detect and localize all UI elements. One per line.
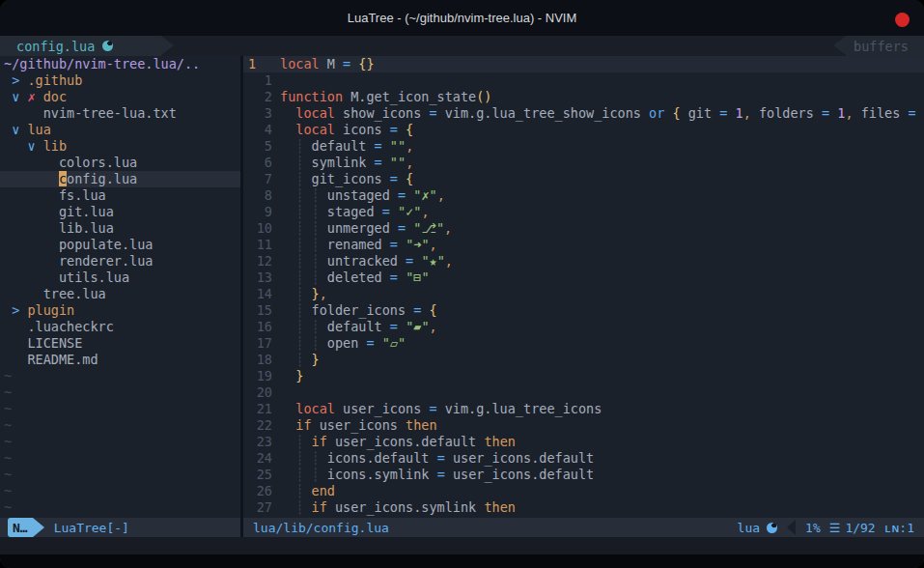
tree-item-lib[interactable]: ∨ lib xyxy=(0,138,240,155)
tree-item-plugin[interactable]: > plugin xyxy=(0,302,240,319)
code-line[interactable]: 3 local show_icons = vim.g.lua_tree_show… xyxy=(243,105,924,122)
lua-moon-icon xyxy=(767,523,777,533)
line-number: 15 xyxy=(243,302,280,319)
empty-line-tilde: ~ xyxy=(0,467,240,483)
tree-item-renderer-lua[interactable]: renderer.lua xyxy=(0,253,240,270)
line-number: 27 xyxy=(243,499,280,516)
code-line[interactable]: 25 ┊ ┊ icons.symlink = user_icons.defaul… xyxy=(243,467,924,483)
tree-item-dot-github[interactable]: > .github xyxy=(0,72,240,89)
tree-item-nvim-tree-lua-txt[interactable]: nvim-tree-lua.txt xyxy=(0,105,240,122)
tabline: config.lua buffers xyxy=(0,36,924,56)
code-line[interactable]: 14 ┊ }, xyxy=(243,286,924,302)
code-line[interactable]: 24 ┊ ┊ icons.default = user_icons.defaul… xyxy=(243,450,924,467)
code-text: ┊ symlink = "", xyxy=(280,155,413,170)
code-line[interactable]: 13 ┊ ┊ deleted = "⊟" xyxy=(243,270,924,286)
line-number: 6 xyxy=(243,155,280,171)
code-line[interactable]: 20 xyxy=(243,384,924,401)
code-line[interactable]: 27 ┊ if user_icons.symlink then xyxy=(243,499,924,516)
statusline-tree: N… LuaTree[-] xyxy=(0,518,240,537)
statusline-line-col: ʟɴ:1 xyxy=(884,521,914,535)
code-line[interactable]: 2function M.get_icon_state() xyxy=(243,89,924,105)
code-line[interactable]: 26 ┊ end xyxy=(243,483,924,499)
code-line[interactable]: 1 xyxy=(243,72,924,89)
tab-config-lua[interactable]: config.lua xyxy=(0,36,161,56)
mode-indicator: N… xyxy=(8,518,33,537)
code-line[interactable]: 10 ┊ ┊ unmerged = "⎇", xyxy=(243,220,924,237)
tree-item-utils-lua[interactable]: utils.lua xyxy=(0,270,240,286)
code-line[interactable]: 12 ┊ ┊ untracked = "★", xyxy=(243,253,924,270)
tree-item-luacheckrc[interactable]: .luacheckrc xyxy=(0,319,240,335)
code-line[interactable]: 11 ┊ ┊ renamed = "➜", xyxy=(243,237,924,253)
tree-item-populate-lua[interactable]: populate.lua xyxy=(0,237,240,253)
code-line[interactable]: 17 ┊ ┊ open = "▱" xyxy=(243,335,924,352)
code-text: ┊ ┊ renamed = "➜", xyxy=(280,237,437,252)
empty-line-tilde: ~ xyxy=(0,384,240,401)
tree-item-readme-md[interactable]: README.md xyxy=(0,352,240,368)
line-number: 12 xyxy=(243,253,280,270)
tree-item-tree-lua[interactable]: tree.lua xyxy=(0,286,240,302)
tree-item-git-lua[interactable]: git.lua xyxy=(0,204,240,220)
code-line[interactable]: 4 local icons = { xyxy=(243,122,924,138)
tree-item-config-lua[interactable]: config.lua xyxy=(0,171,240,187)
code-line[interactable]: 16 ┊ ┊ default = "▰", xyxy=(243,319,924,335)
window-title: LuaTree - (~/github/nvim-tree.lua) - NVI… xyxy=(348,11,577,25)
powerline-chevron-icon xyxy=(787,520,796,535)
tree-item-doc[interactable]: ∨ ✗ doc xyxy=(0,89,240,105)
line-number: 1 xyxy=(243,56,280,72)
code-text: ┊ if user_icons.symlink then xyxy=(280,499,516,515)
line-number: 2 xyxy=(243,89,280,105)
code-text: ┊ ┊ unmerged = "⎇", xyxy=(280,220,452,236)
close-button[interactable] xyxy=(895,13,910,27)
line-number: 23 xyxy=(243,434,280,450)
code-text: } xyxy=(280,368,303,383)
statusline-position: 1/92 xyxy=(845,521,875,535)
code-line[interactable]: 5 ┊ default = "", xyxy=(243,138,924,155)
tree-item-lib-lua[interactable]: lib.lua xyxy=(0,220,240,237)
statusline-file: lua/lib/config.lua lua 1% ☰ 1/92 ʟɴ:1 xyxy=(243,518,924,537)
empty-line-tilde: ~ xyxy=(0,401,240,417)
buffers-tab[interactable]: buffers xyxy=(846,36,924,56)
code-line[interactable]: 15 ┊ folder_icons = { xyxy=(243,302,924,319)
tree-item-license[interactable]: LICENSE xyxy=(0,335,240,352)
tree-item-root[interactable]: ~/github/nvim-tree.lua/.. xyxy=(0,56,240,72)
tree-item-lua[interactable]: ∨ lua xyxy=(0,122,240,138)
code-text: function M.get_icon_state() xyxy=(280,89,491,104)
code-text: ┊ git_icons = { xyxy=(280,171,413,186)
empty-line-tilde: ~ xyxy=(0,450,240,467)
line-number: 16 xyxy=(243,319,280,335)
code-line[interactable]: 19 } xyxy=(243,368,924,384)
line-number: 13 xyxy=(243,270,280,286)
tab-label: config.lua xyxy=(16,39,95,54)
code-line[interactable]: 8 ┊ ┊ unstaged = "✗", xyxy=(243,187,924,204)
line-number: 7 xyxy=(243,171,280,187)
line-number: 19 xyxy=(243,368,280,384)
code-text: ┊ ┊ open = "▱" xyxy=(280,335,406,351)
line-number: 21 xyxy=(243,401,280,417)
line-number: 11 xyxy=(243,237,280,253)
code-text: ┊ ┊ untracked = "★", xyxy=(280,253,453,269)
code-line[interactable]: 22 if user_icons then xyxy=(243,417,924,434)
code-line[interactable]: 21 local user_icons = vim.g.lua_tree_ico… xyxy=(243,401,924,417)
line-number: 26 xyxy=(243,483,280,499)
titlebar: LuaTree - (~/github/nvim-tree.lua) - NVI… xyxy=(0,0,924,36)
editor-buffer: 1local M = {}12function M.get_icon_state… xyxy=(243,56,924,518)
tree-item-colors-lua[interactable]: colors.lua xyxy=(0,155,240,171)
line-number: 14 xyxy=(243,286,280,302)
code-text: ┊ default = "", xyxy=(280,138,413,154)
code-line[interactable]: 9 ┊ ┊ staged = "✓", xyxy=(243,204,924,220)
tabline-spacer xyxy=(174,36,833,56)
empty-line-tilde: ~ xyxy=(0,483,240,499)
code-line[interactable]: 6 ┊ symlink = "", xyxy=(243,155,924,171)
code-line[interactable]: 1local M = {} xyxy=(243,56,924,72)
code-text: ┊ ┊ default = "▰", xyxy=(280,319,437,334)
main-area: ~/github/nvim-tree.lua/.. > .github ∨ ✗ … xyxy=(0,56,924,518)
code-text: ┊ end xyxy=(280,483,335,498)
line-number: 20 xyxy=(243,384,280,401)
line-number: 8 xyxy=(243,187,280,204)
code-line[interactable]: 18 ┊ } xyxy=(243,352,924,368)
line-number: 9 xyxy=(243,204,280,220)
command-line[interactable] xyxy=(0,537,924,554)
code-line[interactable]: 7 ┊ git_icons = { xyxy=(243,171,924,187)
code-line[interactable]: 23 ┊ if user_icons.default then xyxy=(243,434,924,450)
tree-item-fs-lua[interactable]: fs.lua xyxy=(0,187,240,204)
